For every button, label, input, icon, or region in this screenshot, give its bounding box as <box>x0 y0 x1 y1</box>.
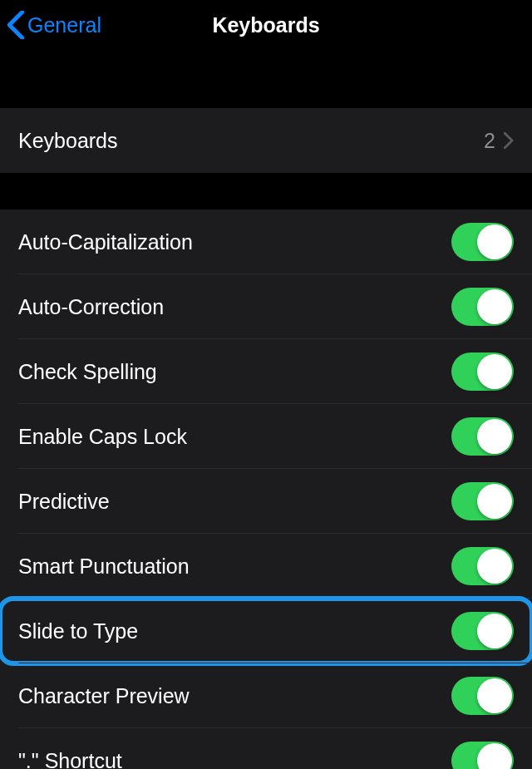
toggle-slide-to-type[interactable] <box>451 612 514 650</box>
toggle-knob <box>477 678 512 713</box>
row-label-slide-to-type: Slide to Type <box>18 619 138 643</box>
chevron-right-icon <box>504 132 514 149</box>
toggle-knob <box>477 743 512 769</box>
toggle-smart-punctuation[interactable] <box>451 547 514 585</box>
section-toggles: Auto-CapitalizationAuto-CorrectionCheck … <box>0 210 532 769</box>
section-keyboards: Keyboards 2 <box>0 108 532 173</box>
toggle-knob <box>477 224 512 259</box>
row-label-check-spelling: Check Spelling <box>18 360 157 384</box>
row-auto-correction[interactable]: Auto-Correction <box>0 274 532 339</box>
row-predictive[interactable]: Predictive <box>0 469 532 534</box>
row-label-enable-caps-lock: Enable Caps Lock <box>18 425 187 449</box>
nav-bar: General Keyboards <box>0 0 532 50</box>
row-enable-caps-lock[interactable]: Enable Caps Lock <box>0 404 532 469</box>
toggle-auto-correction[interactable] <box>451 288 514 326</box>
toggle-knob <box>477 614 512 648</box>
toggle-knob <box>477 289 512 324</box>
row-slide-to-type[interactable]: Slide to Type <box>0 599 532 663</box>
toggle-auto-capitalization[interactable] <box>451 223 514 261</box>
row-label-auto-capitalization: Auto-Capitalization <box>18 230 193 254</box>
row-label-auto-correction: Auto-Correction <box>18 295 164 319</box>
row-label-period-shortcut: "." Shortcut <box>18 749 122 770</box>
toggle-predictive[interactable] <box>451 482 514 520</box>
toggle-character-preview[interactable] <box>451 677 514 715</box>
toggle-check-spelling[interactable] <box>451 352 514 391</box>
page-title: Keyboards <box>212 13 319 37</box>
row-smart-punctuation[interactable]: Smart Punctuation <box>0 534 532 599</box>
toggle-period-shortcut[interactable] <box>451 742 514 769</box>
row-accessory: 2 <box>484 129 514 153</box>
chevron-left-icon <box>7 11 25 39</box>
toggle-knob <box>477 549 512 584</box>
toggle-enable-caps-lock[interactable] <box>451 417 514 456</box>
back-button[interactable]: General <box>7 11 101 39</box>
toggle-knob <box>477 484 512 519</box>
keyboards-count: 2 <box>484 129 495 153</box>
toggle-knob <box>477 354 512 389</box>
toggle-knob <box>477 419 512 454</box>
row-label-smart-punctuation: Smart Punctuation <box>18 555 190 579</box>
row-period-shortcut[interactable]: "." Shortcut <box>0 728 532 769</box>
row-keyboards[interactable]: Keyboards 2 <box>0 108 532 173</box>
row-character-preview[interactable]: Character Preview <box>0 663 532 728</box>
row-auto-capitalization[interactable]: Auto-Capitalization <box>0 210 532 274</box>
section-spacer <box>0 50 532 108</box>
row-label-predictive: Predictive <box>18 490 110 514</box>
row-check-spelling[interactable]: Check Spelling <box>0 339 532 404</box>
back-label: General <box>27 13 101 37</box>
row-label-character-preview: Character Preview <box>18 684 190 708</box>
section-spacer-small <box>0 173 532 210</box>
row-label-keyboards: Keyboards <box>18 129 118 153</box>
